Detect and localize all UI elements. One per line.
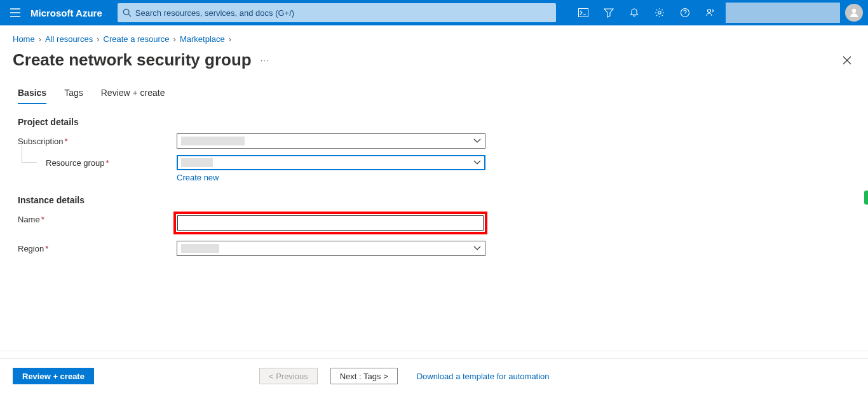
- directory-filter-button[interactable]: [596, 0, 621, 25]
- svg-point-0: [123, 9, 129, 15]
- title-bar: Create network security group ···: [0, 48, 868, 80]
- chevron-right-icon: ›: [39, 34, 41, 44]
- breadcrumb-create-resource[interactable]: Create a resource: [104, 34, 170, 44]
- subscription-row: Subscription*: [18, 133, 554, 149]
- tab-basics[interactable]: Basics: [18, 84, 46, 104]
- breadcrumb: Home › All resources › Create a resource…: [0, 25, 868, 48]
- review-create-button[interactable]: Review + create: [13, 368, 94, 384]
- download-template-link[interactable]: Download a template for automation: [417, 372, 550, 381]
- required-indicator: *: [106, 158, 109, 168]
- svg-point-5: [708, 10, 711, 13]
- close-blade-button[interactable]: [839, 52, 855, 69]
- tab-review-create[interactable]: Review + create: [101, 84, 165, 104]
- chevron-down-icon: [473, 160, 481, 165]
- feedback-side-tab[interactable]: [864, 191, 868, 205]
- tree-connector: [22, 145, 37, 163]
- breadcrumb-home[interactable]: Home: [13, 34, 35, 44]
- gear-icon: [654, 8, 665, 18]
- subscription-select[interactable]: [177, 133, 485, 149]
- project-details-heading: Project details: [18, 117, 554, 127]
- svg-line-1: [128, 14, 131, 17]
- subscription-value-placeholder: [181, 137, 245, 145]
- resource-group-row: Resource group* Create new: [18, 155, 554, 182]
- resource-group-label: Resource group: [46, 158, 105, 168]
- breadcrumb-marketplace[interactable]: Marketplace: [180, 34, 225, 44]
- tabs: Basics Tags Review + create: [0, 80, 868, 104]
- chevron-down-icon: [473, 246, 481, 251]
- chevron-right-icon: ›: [229, 34, 231, 44]
- settings-button[interactable]: [647, 0, 672, 25]
- create-new-link[interactable]: Create new: [177, 173, 219, 182]
- basics-form: Project details Subscription* Resource g…: [0, 104, 572, 273]
- brand-label[interactable]: Microsoft Azure: [31, 8, 115, 18]
- name-label: Name: [18, 215, 40, 224]
- required-indicator: *: [41, 215, 44, 224]
- account-avatar[interactable]: [845, 4, 863, 22]
- more-actions-button[interactable]: ···: [261, 55, 269, 65]
- hamburger-icon: [10, 8, 20, 17]
- region-label: Region: [18, 244, 44, 253]
- resource-group-select[interactable]: [177, 155, 485, 170]
- feedback-icon: [705, 8, 715, 18]
- global-search[interactable]: [118, 3, 556, 22]
- chevron-right-icon: ›: [173, 34, 176, 44]
- page-title: Create network security group: [13, 50, 252, 70]
- svg-point-3: [658, 11, 661, 14]
- required-indicator: *: [45, 244, 48, 253]
- svg-rect-2: [579, 9, 588, 17]
- search-input[interactable]: [132, 8, 551, 18]
- help-icon: [680, 8, 690, 18]
- account-info-box[interactable]: [726, 3, 840, 23]
- menu-toggle[interactable]: [0, 8, 31, 17]
- notifications-button[interactable]: [621, 0, 647, 25]
- help-button[interactable]: [672, 0, 698, 25]
- instance-details-heading: Instance details: [18, 195, 554, 205]
- cloud-shell-button[interactable]: [571, 0, 596, 25]
- region-select[interactable]: [177, 241, 485, 256]
- resource-group-value-placeholder: [181, 158, 213, 167]
- footer-divider: [0, 351, 868, 351]
- breadcrumb-all-resources[interactable]: All resources: [45, 34, 93, 44]
- bell-icon: [629, 8, 639, 18]
- close-icon: [843, 56, 851, 65]
- next-button[interactable]: Next : Tags >: [330, 368, 398, 384]
- cloud-shell-icon: [578, 8, 588, 17]
- name-row: Name*: [18, 212, 554, 234]
- chevron-down-icon: [473, 138, 481, 144]
- person-icon: [848, 7, 860, 18]
- chevron-right-icon: ›: [97, 34, 99, 44]
- feedback-button[interactable]: [698, 0, 723, 25]
- top-icon-bar: [571, 0, 868, 25]
- required-indicator: *: [65, 137, 68, 146]
- svg-point-6: [852, 9, 856, 13]
- region-value-placeholder: [181, 244, 219, 253]
- filter-icon: [604, 8, 614, 18]
- tab-tags[interactable]: Tags: [64, 84, 83, 104]
- top-bar: Microsoft Azure: [0, 0, 868, 25]
- region-row: Region*: [18, 241, 554, 256]
- search-icon: [123, 8, 132, 17]
- name-highlight-annotation: [173, 212, 487, 234]
- previous-button: < Previous: [259, 368, 318, 384]
- name-input[interactable]: [177, 215, 484, 231]
- wizard-footer: Review + create < Previous Next : Tags >…: [0, 358, 868, 397]
